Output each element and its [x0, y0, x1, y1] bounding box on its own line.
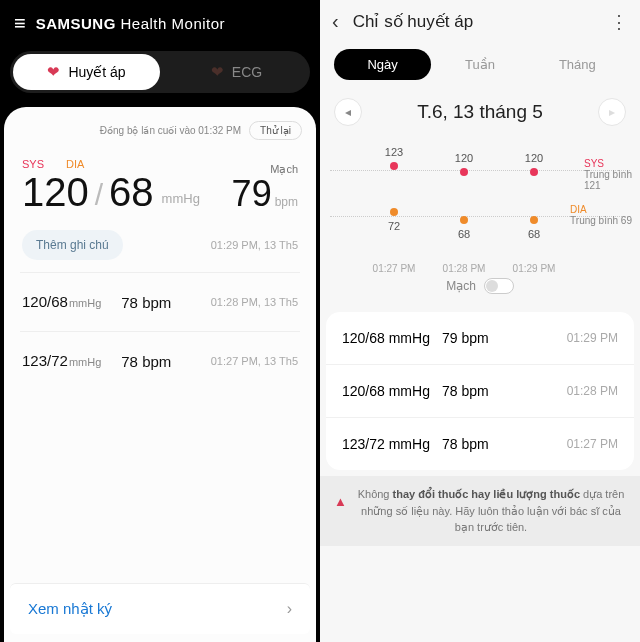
pulse-unit: bpm: [275, 195, 298, 209]
chart-point-sys: [530, 168, 538, 176]
chart-legend-dia: DIA Trung bình 69: [570, 204, 632, 226]
tab-ecg-label: ECG: [232, 64, 262, 80]
date-navigator: ◂ T.6, 13 tháng 5 ▸: [334, 98, 626, 126]
pulse-switch-label: Mạch: [446, 279, 476, 293]
view-log-button[interactable]: Xem nhật ký ›: [10, 583, 310, 634]
chart-point-label: 120: [455, 152, 473, 164]
mode-tabs: ❤ Huyết áp ❤ ECG: [10, 51, 310, 93]
history-pulse: 78 bpm: [121, 353, 171, 370]
chart-point-label: 68: [458, 228, 470, 240]
reading-timestamp: 01:29 PM, 13 Th5: [211, 239, 298, 251]
chart-point-sys: [390, 162, 398, 170]
range-day[interactable]: Ngày: [334, 49, 431, 80]
history-bp: 120/68: [22, 293, 68, 310]
chart-legend-sys: SYS Trung bình 121: [584, 158, 632, 191]
row-time: 01:27 PM: [567, 437, 618, 451]
chart-x-label: 01:28 PM: [443, 263, 486, 274]
sync-status: Đồng bộ lần cuối vào 01:32 PM Thử lại: [4, 117, 316, 144]
next-day-button[interactable]: ▸: [598, 98, 626, 126]
tab-bp-label: Huyết áp: [68, 64, 125, 80]
history-row[interactable]: 120/68mmHg 78 bpm 01:28 PM, 13 Th5: [4, 273, 316, 331]
history-pulse: 78 bpm: [121, 294, 171, 311]
row-pulse: 78 bpm: [442, 383, 489, 399]
page-title: Chỉ số huyết áp: [353, 11, 596, 32]
history-ts: 01:27 PM, 13 Th5: [211, 355, 298, 367]
medical-disclaimer: ▲ Không thay đổi thuốc hay liều lượng th…: [320, 476, 640, 546]
add-note-button[interactable]: Thêm ghi chú: [22, 230, 123, 260]
row-bp: 120/68 mmHg: [342, 383, 430, 399]
back-icon[interactable]: ‹: [332, 10, 339, 33]
sys-value: 120: [22, 172, 89, 212]
tab-ecg[interactable]: ❤ ECG: [163, 54, 310, 90]
dia-value: 68: [109, 172, 154, 212]
more-icon[interactable]: ⋮: [610, 11, 628, 33]
chart-x-label: 01:29 PM: [513, 263, 556, 274]
chart-point-label: 72: [388, 220, 400, 232]
row-bp: 120/68 mmHg: [342, 330, 430, 346]
dia-label: DIA: [66, 158, 84, 170]
warning-icon: ▲: [334, 492, 347, 512]
chart-point-dia: [530, 216, 538, 224]
range-tabs: Ngày Tuần Tháng: [334, 49, 626, 80]
chart-point-dia: [390, 208, 398, 216]
chevron-right-icon: ›: [287, 600, 292, 618]
chart-x-label: 01:27 PM: [373, 263, 416, 274]
retry-button[interactable]: Thử lại: [249, 121, 302, 140]
history-row[interactable]: 123/72mmHg 78 bpm 01:27 PM, 13 Th5: [4, 332, 316, 390]
app-brand: SAMSUNG Health Monitor: [36, 15, 225, 32]
menu-icon[interactable]: ≡: [14, 12, 26, 35]
row-time: 01:28 PM: [567, 384, 618, 398]
app-header: ≡ SAMSUNG Health Monitor: [0, 0, 320, 47]
bp-chart: 123 120 120 72 68 68 01:27 PM 01:28 PM 0…: [330, 144, 630, 274]
heart-icon: ❤: [47, 63, 60, 81]
bp-main-screen: ≡ SAMSUNG Health Monitor ❤ Huyết áp ❤ EC…: [0, 0, 320, 642]
current-date: T.6, 13 tháng 5: [370, 101, 590, 123]
bp-separator: /: [95, 178, 103, 212]
sys-label: SYS: [22, 158, 44, 170]
pulse-toggle-row: Mạch: [320, 278, 640, 294]
pulse-value: 79: [232, 173, 272, 214]
tab-bp[interactable]: ❤ Huyết áp: [13, 54, 160, 90]
chart-point-dia: [460, 216, 468, 224]
reading-row[interactable]: 120/68 mmHg 79 bpm 01:29 PM: [326, 312, 634, 365]
chart-point-label: 68: [528, 228, 540, 240]
history-ts: 01:28 PM, 13 Th5: [211, 296, 298, 308]
range-month[interactable]: Tháng: [529, 49, 626, 80]
main-card: Đồng bộ lần cuối vào 01:32 PM Thử lại SY…: [4, 107, 316, 642]
prev-day-button[interactable]: ◂: [334, 98, 362, 126]
history-bp: 123/72: [22, 352, 68, 369]
row-pulse: 79 bpm: [442, 330, 489, 346]
last-sync-text: Đồng bộ lần cuối vào 01:32 PM: [100, 125, 241, 136]
row-pulse: 78 bpm: [442, 436, 489, 452]
row-bp: 123/72 mmHg: [342, 436, 430, 452]
row-time: 01:29 PM: [567, 331, 618, 345]
ecg-heart-icon: ❤: [211, 63, 224, 81]
reading-row[interactable]: 120/68 mmHg 78 bpm 01:28 PM: [326, 365, 634, 418]
range-week[interactable]: Tuần: [431, 49, 528, 80]
current-reading: SYS DIA 120 / 68 mmHg Mạch 79bpm: [4, 144, 316, 218]
bp-unit: mmHg: [162, 191, 200, 206]
chart-point-label: 123: [385, 146, 403, 158]
note-row: Thêm ghi chú 01:29 PM, 13 Th5: [4, 218, 316, 272]
bp-detail-screen: ‹ Chỉ số huyết áp ⋮ Ngày Tuần Tháng ◂ T.…: [320, 0, 640, 642]
readings-list: 120/68 mmHg 79 bpm 01:29 PM 120/68 mmHg …: [326, 312, 634, 470]
chart-point-label: 120: [525, 152, 543, 164]
view-log-label: Xem nhật ký: [28, 600, 112, 618]
chart-point-sys: [460, 168, 468, 176]
pulse-switch[interactable]: [484, 278, 514, 294]
reading-row[interactable]: 123/72 mmHg 78 bpm 01:27 PM: [326, 418, 634, 470]
detail-header: ‹ Chỉ số huyết áp ⋮: [320, 0, 640, 41]
